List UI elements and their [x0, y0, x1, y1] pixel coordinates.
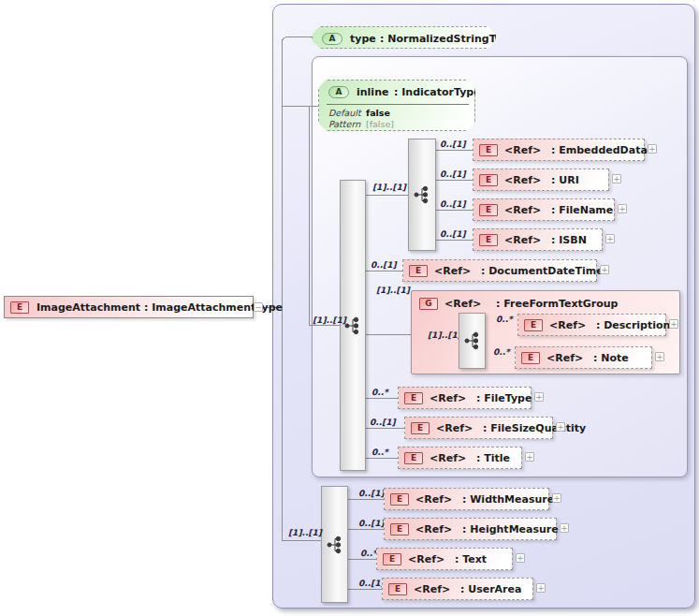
- element-icon: E: [479, 204, 498, 216]
- element-icon: E: [479, 234, 498, 246]
- element-icon: E: [524, 319, 543, 331]
- expand-button[interactable]: +: [612, 174, 621, 183]
- expand-button[interactable]: +: [536, 583, 546, 593]
- element-description[interactable]: E <Ref> : Description: [517, 314, 666, 336]
- cardinality-label: 0..[1]: [358, 519, 385, 528]
- collapse-button[interactable]: −: [254, 302, 263, 312]
- expand-button[interactable]: +: [600, 265, 609, 274]
- element-embedded-data[interactable]: E <Ref> : EmbeddedData: [473, 139, 645, 161]
- element-name-label: : EmbeddedData: [551, 144, 648, 156]
- cardinality-label: 0..*: [496, 315, 513, 324]
- element-width-measure[interactable]: E <Ref> : WidthMeasure: [384, 488, 549, 510]
- expand-button[interactable]: +: [552, 493, 561, 503]
- element-icon: E: [390, 523, 409, 535]
- expand-button[interactable]: +: [516, 553, 525, 563]
- attribute-inline[interactable]: A inline : IndicatorType Default false P…: [318, 80, 475, 131]
- sequence-indicator-bottom[interactable]: [321, 486, 348, 603]
- element-ref-label: <Ref>: [408, 553, 455, 565]
- element-image-attachment[interactable]: E ImageAttachment : ImageAttachmentType: [4, 296, 254, 318]
- cardinality-label: 0..*: [493, 347, 510, 357]
- expand-button[interactable]: +: [605, 234, 615, 243]
- facet-default-value: false: [366, 108, 390, 119]
- element-document-date-time[interactable]: E <Ref> : DocumentDateTime: [402, 259, 597, 282]
- cardinality-label: 0..*: [371, 447, 388, 457]
- element-name-label: : UserArea: [460, 583, 521, 595]
- cardinality-label: [1]..[1]: [288, 528, 322, 537]
- element-text[interactable]: E <Ref> : Text: [376, 548, 513, 570]
- element-name-label: : ISBN: [551, 234, 587, 246]
- element-icon: E: [479, 174, 498, 186]
- expand-button[interactable]: +: [655, 352, 664, 361]
- element-name-label: : Text: [455, 553, 487, 565]
- element-isbn[interactable]: E <Ref> : ISBN: [473, 228, 603, 251]
- attribute-type-label: : IndicatorType: [394, 86, 481, 98]
- element-file-size-quantity[interactable]: E <Ref> : FileSizeQuantity: [404, 417, 553, 439]
- expand-button[interactable]: +: [534, 392, 544, 402]
- cardinality-label: 0..[1]: [358, 579, 385, 588]
- element-file-type[interactable]: E <Ref> : FileType: [398, 387, 532, 409]
- xsd-diagram-canvas: E ImageAttachment : ImageAttachmentType …: [0, 0, 699, 616]
- cardinality-label: 0..[1]: [440, 169, 466, 179]
- expand-button[interactable]: +: [648, 144, 657, 154]
- cardinality-label: [1]..[1]: [376, 286, 410, 295]
- element-file-name[interactable]: E <Ref> : FileName: [473, 198, 615, 221]
- element-icon: E: [10, 301, 29, 314]
- element-icon: E: [388, 583, 407, 595]
- attribute-icon: A: [322, 33, 342, 45]
- attribute-type[interactable]: A type : NormalizedStringType: [312, 26, 496, 49]
- element-ref-label: <Ref>: [430, 452, 476, 464]
- cardinality-label: 0..[1]: [358, 489, 385, 498]
- element-name-label: : Note: [593, 352, 629, 364]
- expand-button[interactable]: +: [669, 319, 678, 329]
- sequence-indicator-main[interactable]: [340, 180, 366, 471]
- element-ref-label: <Ref>: [414, 583, 460, 595]
- facet-pattern-value: [false]: [366, 119, 394, 130]
- cardinality-label: 0..[1]: [440, 139, 466, 149]
- element-icon: E: [390, 493, 409, 506]
- cardinality-label: 0..*: [371, 388, 388, 397]
- attribute-facets: Default false Pattern [false]: [327, 104, 469, 130]
- sequence-icon: [327, 535, 343, 555]
- element-height-measure[interactable]: E <Ref> : HeightMeasure: [384, 518, 557, 540]
- sequence-indicator-inner[interactable]: [408, 139, 436, 251]
- expand-button[interactable]: +: [525, 452, 534, 462]
- element-ref-label: <Ref>: [415, 523, 462, 535]
- group-ref-label: <Ref>: [444, 298, 496, 310]
- expand-button[interactable]: +: [560, 523, 569, 533]
- element-ref-label: <Ref>: [504, 204, 551, 216]
- element-title[interactable]: E <Ref> : Title: [398, 447, 522, 469]
- element-icon: E: [404, 392, 423, 404]
- element-icon: E: [404, 452, 423, 464]
- element-ref-label: <Ref>: [549, 319, 596, 331]
- element-name-label: : HeightMeasure: [462, 523, 559, 535]
- facet-default-label: Default: [328, 108, 366, 119]
- element-user-area[interactable]: E <Ref> : UserArea: [382, 578, 533, 600]
- element-ref-label: <Ref>: [430, 392, 476, 404]
- element-name-label: : WidthMeasure: [462, 493, 554, 506]
- element-ref-label: <Ref>: [504, 174, 551, 186]
- element-ref-label: <Ref>: [504, 144, 551, 156]
- sequence-icon: [414, 184, 430, 205]
- expand-button[interactable]: +: [556, 422, 565, 432]
- group-icon: G: [419, 298, 438, 310]
- element-name-label: : FileName: [551, 204, 613, 216]
- element-name-label: : FileSizeQuantity: [483, 422, 586, 434]
- expand-button[interactable]: +: [618, 204, 627, 213]
- element-uri[interactable]: E <Ref> : URI: [473, 169, 609, 191]
- element-note[interactable]: E <Ref> : Note: [515, 346, 652, 369]
- attribute-name: inline: [357, 86, 394, 98]
- element-icon: E: [521, 352, 540, 364]
- element-ref-label: <Ref>: [434, 265, 481, 277]
- element-name-label: : URI: [551, 174, 579, 186]
- element-ref-label: <Ref>: [436, 422, 483, 434]
- element-icon: E: [479, 144, 498, 156]
- element-ref-label: <Ref>: [415, 493, 462, 506]
- element-icon: E: [383, 553, 401, 565]
- group-name-label: : FreeFormTextGroup: [496, 298, 618, 310]
- sequence-indicator-group[interactable]: [459, 313, 486, 369]
- sequence-icon: [344, 315, 361, 336]
- cardinality-label: 0..[1]: [440, 229, 466, 239]
- element-ref-label: <Ref>: [546, 352, 593, 364]
- facet-pattern-label: Pattern: [328, 119, 366, 130]
- element-name-label: : FileType: [476, 392, 532, 404]
